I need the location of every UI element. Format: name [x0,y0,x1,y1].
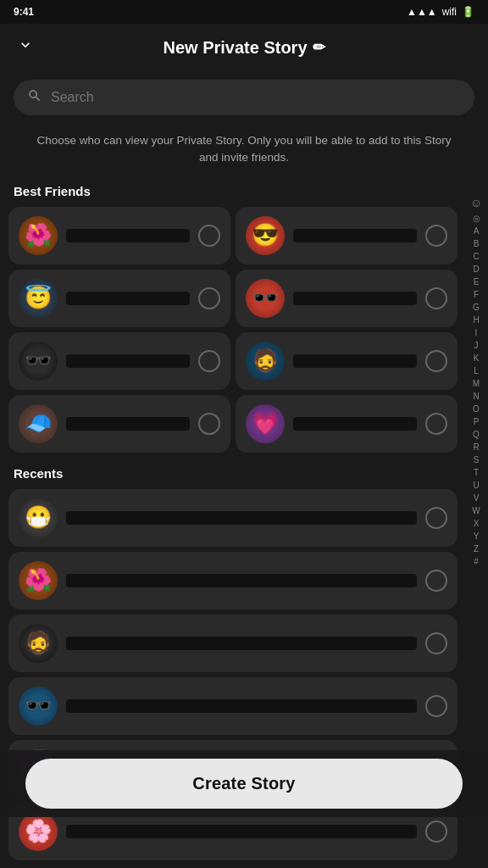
alpha-D[interactable]: D [464,264,488,275]
alpha-A[interactable]: A [464,225,488,237]
select-bf2[interactable] [425,225,447,247]
recent-name-r1 [66,511,417,525]
create-story-button[interactable]: Create Story [25,759,463,809]
alpha-Z[interactable]: Z [464,543,488,555]
recent-name-r3 [66,637,417,650]
wifi-icon: wifi [442,6,457,18]
alpha-O[interactable]: O [464,403,488,415]
friend-name-bf8 [293,417,417,431]
subtitle-text: Choose who can view your Private Story. … [0,124,488,179]
alpha-L[interactable]: L [464,365,488,377]
search-bar [14,80,474,115]
avatar-r1: 😷 [19,498,58,537]
alpha-N[interactable]: N [464,391,488,403]
alpha-M[interactable]: M [464,378,488,390]
best-friend-item-2[interactable]: 😎 [236,207,458,264]
select-bf3[interactable] [198,287,220,309]
alpha-W[interactable]: W [464,505,488,517]
alpha-C[interactable]: C [464,251,488,263]
friend-name-bf5 [66,354,190,368]
signal-icon: ▲▲▲ [407,6,437,18]
best-friend-item-1[interactable]: 🌺 [8,207,230,264]
alpha-V[interactable]: V [464,492,488,504]
select-bf4[interactable] [425,287,447,309]
avatar-bf5: 🕶️ [19,342,58,381]
alpha-F[interactable]: F [464,289,488,301]
avatar-r2: 🌺 [19,561,58,600]
alpha-H[interactable]: H [464,314,488,326]
status-time: 9:41 [14,6,34,18]
select-r1[interactable] [425,507,447,529]
select-bf5[interactable] [198,350,220,372]
recent-item-4[interactable]: 🕶️ [8,677,458,735]
friend-name-bf7 [66,417,190,431]
best-friend-item-3[interactable]: 😇 [8,270,230,327]
avatar-bf7: 🧢 [19,404,58,443]
select-bf6[interactable] [425,350,447,372]
recent-name-r6 [66,825,417,838]
alpha-U[interactable]: U [464,480,488,492]
header: New Private Story ✏ [0,24,488,71]
create-story-bar: Create Story [0,750,488,817]
best-friend-item-5[interactable]: 🕶️ [8,332,230,390]
best-friends-label: Best Friends [8,179,458,207]
alpha-E[interactable]: E [464,276,488,288]
title-text: New Private Story [163,38,307,58]
friend-name-bf6 [293,354,417,368]
avatar-r3: 🧔 [19,624,58,663]
battery-icon: 🔋 [462,6,474,18]
avatar-bf4: 🕶️ [246,279,285,318]
alpha-S[interactable]: S [464,454,488,466]
recent-name-r4 [66,699,417,713]
search-input[interactable] [51,90,461,105]
recent-name-r2 [66,574,417,587]
alpha-Y[interactable]: Y [464,531,488,542]
avatar-bf3: 😇 [19,279,58,318]
select-bf8[interactable] [425,413,447,435]
avatar-bf2: 😎 [246,216,285,255]
best-friend-item-8[interactable]: 💗 [236,395,458,453]
alpha-J[interactable]: J [464,340,488,352]
alpha-G[interactable]: G [464,302,488,314]
select-r4[interactable] [425,695,447,717]
alpha-circle[interactable]: ◎ [464,213,488,225]
best-friend-item-4[interactable]: 🕶️ [236,270,458,327]
recent-item-3[interactable]: 🧔 [8,615,458,672]
search-icon [27,88,42,107]
friend-name-bf2 [293,229,417,242]
alpha-P[interactable]: P [464,416,488,428]
recent-item-2[interactable]: 🌺 [8,552,458,609]
recent-item-1[interactable]: 😷 [8,489,458,547]
select-r3[interactable] [425,632,447,654]
alpha-X[interactable]: X [464,518,488,530]
select-bf7[interactable] [198,413,220,435]
select-r6[interactable] [425,821,447,843]
best-friend-item-7[interactable]: 🧢 [8,395,230,453]
recents-label: Recents [8,461,458,489]
alpha-Q[interactable]: Q [464,429,488,441]
alpha-hash[interactable]: # [464,556,488,568]
avatar-r4: 🕶️ [19,687,58,726]
avatar-bf8: 💗 [246,404,285,443]
select-bf1[interactable] [198,225,220,247]
friend-name-bf4 [293,292,417,305]
alpha-K[interactable]: K [464,353,488,364]
best-friends-grid: 🌺 😎 😇 🕶️ 🕶️ 🧔 [8,207,458,453]
best-friend-item-6[interactable]: 🧔 [236,332,458,390]
alpha-I[interactable]: I [464,327,488,339]
page-title: New Private Story ✏ [163,38,324,58]
friend-name-bf1 [66,229,190,242]
avatar-r6: 🌸 [19,812,58,851]
edit-icon[interactable]: ✏ [313,38,325,57]
select-r2[interactable] [425,570,447,592]
avatar-bf6: 🧔 [246,342,285,381]
search-container [0,71,488,124]
back-button[interactable] [17,36,34,58]
alpha-T[interactable]: T [464,467,488,479]
alpha-smiley[interactable]: ☺ [464,195,488,212]
alpha-B[interactable]: B [464,238,488,250]
status-bar: 9:41 ▲▲▲ wifi 🔋 [0,0,488,24]
status-icons: ▲▲▲ wifi 🔋 [407,6,474,18]
alpha-R[interactable]: R [464,442,488,453]
avatar-bf1: 🌺 [19,216,58,255]
